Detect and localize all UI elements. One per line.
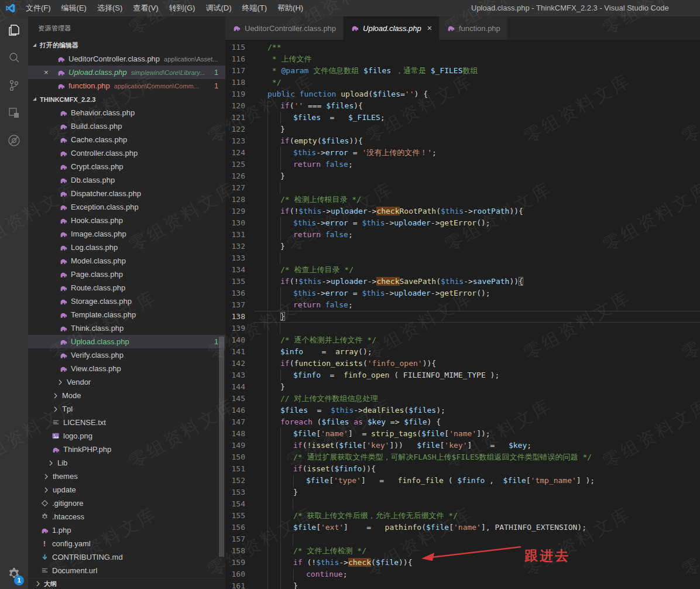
tree-file-Think.class.php[interactable]: Think.class.php xyxy=(28,321,225,335)
open-editor-item[interactable]: function.phpapplication\Common\Comm...1 xyxy=(28,79,225,93)
tree-file-logo.png[interactable]: logo.png xyxy=(28,429,225,443)
code-line-126[interactable]: 126} xyxy=(225,170,700,182)
tree-folder-Lib[interactable]: Lib xyxy=(28,456,225,470)
tree-folder-Tpl[interactable]: Tpl xyxy=(28,402,225,416)
code-line-161[interactable]: 161} xyxy=(225,580,700,589)
code-line-158[interactable]: 158/* 文件上传检测 */ xyxy=(225,545,700,557)
tab-function.php[interactable]: function.php xyxy=(440,16,508,40)
tree-file-config.yaml[interactable]: !config.yaml xyxy=(28,537,225,550)
tree-file-Cache.class.php[interactable]: Cache.class.php xyxy=(28,133,225,146)
code-line-120[interactable]: 120if('' === $files){ xyxy=(225,100,700,112)
code-line-115[interactable]: 115/** xyxy=(225,42,700,53)
tree-file-ThinkPHP.php[interactable]: ThinkPHP.php xyxy=(28,443,225,456)
tree-file-Route.class.php[interactable]: Route.class.php xyxy=(28,281,225,294)
open-editor-item[interactable]: UeditorController.class.phpapplication\A… xyxy=(28,52,225,66)
tree-file-.htaccess[interactable]: .htaccess xyxy=(28,510,225,523)
project-root-header[interactable]: THINKCMFX_2.2.3 xyxy=(28,93,225,106)
open-editors-header[interactable]: 打开的编辑器 xyxy=(28,39,225,52)
code-line-116[interactable]: 116 * 上传文件 xyxy=(225,53,700,65)
code-editor[interactable]: 115/**116 * 上传文件117 * @param 文件信息数组 $fil… xyxy=(225,40,700,589)
menu-item[interactable]: 转到(G) xyxy=(164,0,201,16)
tree-file-Exception.class.php[interactable]: Exception.class.php xyxy=(28,200,225,214)
code-line-127[interactable]: 127 xyxy=(225,182,700,194)
tree-file-Crypt.class.php[interactable]: Crypt.class.php xyxy=(28,160,225,173)
tree-file-Dispatcher.class.php[interactable]: Dispatcher.class.php xyxy=(28,187,225,200)
code-line-141[interactable]: 141$info = array(); xyxy=(225,346,700,358)
tree-file-Build.class.php[interactable]: Build.class.php xyxy=(28,119,225,133)
code-line-144[interactable]: 144} xyxy=(225,381,700,393)
code-line-147[interactable]: 147foreach ($files as $key => $file) { xyxy=(225,416,700,428)
tree-folder-update[interactable]: update xyxy=(28,483,225,496)
tree-file-Controller.class.php[interactable]: Controller.class.php xyxy=(28,146,225,160)
code-line-121[interactable]: 121$files = $_FILES; xyxy=(225,112,700,124)
tree-file-View.class.php[interactable]: View.class.php xyxy=(28,362,225,375)
close-icon[interactable]: × xyxy=(44,68,49,77)
menu-item[interactable]: 帮助(H) xyxy=(272,0,308,16)
extensions-icon[interactable] xyxy=(0,99,28,126)
code-line-119[interactable]: 119public function upload($files='') { xyxy=(225,88,700,100)
tree-folder-Mode[interactable]: Mode xyxy=(28,389,225,402)
code-line-142[interactable]: 142if(function_exists('finfo_open')){ xyxy=(225,358,700,369)
code-line-140[interactable]: 140/* 逐个检测并上传文件 */ xyxy=(225,334,700,346)
code-line-138[interactable]: 138} xyxy=(225,311,700,323)
code-line-134[interactable]: 134/* 检查上传目录 */ xyxy=(225,264,700,276)
code-line-148[interactable]: 148$file['name'] = strip_tags($file['nam… xyxy=(225,428,700,440)
tree-file-Storage.class.php[interactable]: Storage.class.php xyxy=(28,294,225,308)
tree-file-Page.class.php[interactable]: Page.class.php xyxy=(28,268,225,281)
code-line-149[interactable]: 149if(!isset($file['key'])) $file['key']… xyxy=(225,440,700,451)
tree-file-Document.url[interactable]: Document.url xyxy=(28,564,225,577)
code-line-128[interactable]: 128/* 检测上传根目录 */ xyxy=(225,194,700,206)
source-control-icon[interactable] xyxy=(0,71,28,99)
code-line-137[interactable]: 137return false; xyxy=(225,299,700,311)
code-line-118[interactable]: 118 */ xyxy=(225,77,700,88)
tree-file-Template.class.php[interactable]: Template.class.php xyxy=(28,308,225,321)
menu-item[interactable]: 文件(F) xyxy=(20,0,56,16)
close-icon[interactable]: × xyxy=(427,23,432,33)
tree-file-.gitignore[interactable]: .gitignore xyxy=(28,496,225,510)
explorer-icon[interactable] xyxy=(0,16,28,44)
tree-file-Model.class.php[interactable]: Model.class.php xyxy=(28,254,225,268)
code-line-133[interactable]: 133 xyxy=(225,252,700,264)
code-line-139[interactable]: 139 xyxy=(225,323,700,334)
menu-item[interactable]: 终端(T) xyxy=(236,0,272,16)
outline-header[interactable]: 大纲 xyxy=(28,578,225,589)
tree-file-Upload.class.php[interactable]: Upload.class.php1 xyxy=(28,335,225,348)
menu-item[interactable]: 调试(D) xyxy=(200,0,236,16)
open-editor-item[interactable]: ×Upload.class.phpsimplewind\Core\Library… xyxy=(28,66,225,79)
code-line-150[interactable]: 150/* 通过扩展获取文件类型，可解决FLASH上传$FILES数组返回文件类… xyxy=(225,451,700,463)
code-line-123[interactable]: 123if(empty($files)){ xyxy=(225,135,700,147)
tree-folder-themes[interactable]: themes xyxy=(28,470,225,483)
tree-file-Image.class.php[interactable]: Image.class.php xyxy=(28,227,225,241)
tree-file-Verify.class.php[interactable]: Verify.class.php xyxy=(28,348,225,362)
code-line-152[interactable]: 152$file['type'] = finfo_file ( $finfo ,… xyxy=(225,475,700,487)
code-line-125[interactable]: 125return false; xyxy=(225,159,700,170)
debug-icon[interactable] xyxy=(0,126,28,154)
tree-file-LICENSE.txt[interactable]: LICENSE.txt xyxy=(28,416,225,429)
tree-file-1.php[interactable]: 1.php xyxy=(28,523,225,537)
code-line-130[interactable]: 130$this->error = $this->uploader->getEr… xyxy=(225,217,700,229)
code-line-131[interactable]: 131return false; xyxy=(225,229,700,241)
code-line-160[interactable]: 160continue; xyxy=(225,569,700,580)
tree-folder-Vendor[interactable]: Vendor xyxy=(28,375,225,389)
code-line-159[interactable]: 159if (!$this->check($file)){ xyxy=(225,557,700,569)
code-line-145[interactable]: 145// 对上传文件数组信息处理 xyxy=(225,393,700,405)
code-line-151[interactable]: 151if(isset($finfo)){ xyxy=(225,463,700,475)
code-line-153[interactable]: 153} xyxy=(225,487,700,498)
tab-Upload.class.php[interactable]: Upload.class.php× xyxy=(344,16,440,40)
tree-file-Behavior.class.php[interactable]: Behavior.class.php xyxy=(28,106,225,119)
code-line-143[interactable]: 143$finfo = finfo_open ( FILEINFO_MIME_T… xyxy=(225,369,700,381)
code-line-129[interactable]: 129if(!$this->uploader->checkRootPath($t… xyxy=(225,206,700,217)
code-line-156[interactable]: 156$file['ext'] = pathinfo($file['name']… xyxy=(225,522,700,533)
code-line-154[interactable]: 154 xyxy=(225,498,700,510)
menu-item[interactable]: 查看(V) xyxy=(128,0,163,16)
code-line-124[interactable]: 124$this->error = '没有上传的文件！'; xyxy=(225,147,700,159)
code-line-117[interactable]: 117 * @param 文件信息数组 $files ，通常是 $_FILES数… xyxy=(225,65,700,77)
code-line-136[interactable]: 136$this->error = $this->uploader->getEr… xyxy=(225,287,700,299)
search-icon[interactable] xyxy=(0,44,28,71)
menu-item[interactable]: 编辑(E) xyxy=(56,0,92,16)
code-line-146[interactable]: 146$files = $this->dealFiles($files); xyxy=(225,405,700,416)
tree-file-Db.class.php[interactable]: Db.class.php xyxy=(28,173,225,187)
tab-UeditorController.class.php[interactable]: UeditorController.class.php xyxy=(225,16,344,40)
manage-gear-icon[interactable]: 1 xyxy=(0,561,28,587)
menu-item[interactable]: 选择(S) xyxy=(92,0,128,16)
